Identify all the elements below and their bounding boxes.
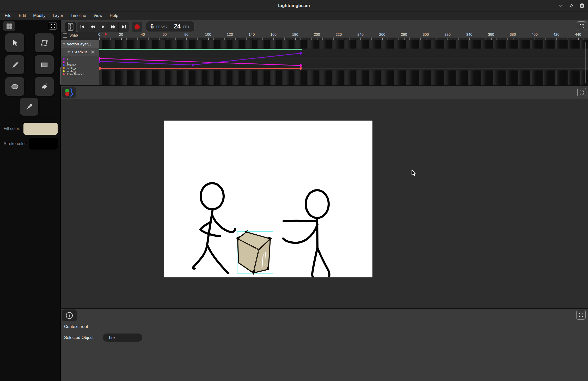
sidebar-expand-button[interactable] (49, 22, 57, 30)
tilde-icon: ~ (97, 51, 98, 53)
eyedropper-tool-button[interactable] (20, 98, 38, 116)
property-row-rotation[interactable]: rotation (61, 63, 99, 67)
property-name: y (67, 61, 68, 64)
tool-sidebar: Fill color: Stroke color: (0, 20, 61, 381)
transform-tool-button[interactable] (35, 33, 54, 52)
menu-timeline[interactable]: Timeline (67, 11, 90, 20)
play-icon (101, 25, 105, 29)
property-row-y[interactable]: y (61, 61, 99, 64)
keyframe-x[interactable] (299, 52, 302, 55)
menu-edit[interactable]: Edit (15, 11, 30, 20)
fast-forward-button[interactable] (108, 22, 119, 32)
paint-bucket-tool-button[interactable] (35, 77, 54, 96)
maximize-icon[interactable] (568, 3, 574, 9)
play-button[interactable] (98, 22, 108, 32)
expand-icon (580, 24, 584, 28)
property-color-dot (63, 64, 65, 66)
stick-figure-left (193, 183, 235, 273)
film-button[interactable] (65, 22, 76, 32)
object-row-151ad70a[interactable]: 151ad70a... ~ (61, 49, 99, 56)
filled-square-icon (92, 51, 94, 53)
timeline-track[interactable] (99, 40, 588, 85)
fps-value[interactable]: 24 (174, 23, 181, 30)
timeline-ruler[interactable]: 0204060801001201401601802002202402602803… (99, 32, 588, 40)
record-button[interactable] (132, 22, 142, 32)
keyframe-frameNumber[interactable] (99, 67, 101, 70)
timeline-panel: 6 FRAME 24 FPS Snap 02040608010012014016… (61, 20, 588, 85)
property-color-dot (63, 67, 65, 69)
skip-to-start-button[interactable] (77, 22, 88, 32)
stroke-color-swatch[interactable] (29, 138, 58, 150)
menu-modify[interactable]: Modify (29, 11, 49, 20)
stroke-color-label: Stroke color: (4, 141, 27, 146)
menu-help[interactable]: Help (106, 11, 122, 20)
collapse-triangle-icon[interactable] (68, 51, 70, 53)
transform-icon (40, 38, 49, 47)
context-text: Context: root (64, 324, 88, 329)
grid-icon (6, 23, 12, 29)
ellipse-tool-button[interactable] (5, 77, 24, 96)
canvas-panel (61, 99, 588, 308)
fill-color-swatch[interactable] (23, 123, 58, 135)
menu-file[interactable]: File (1, 11, 15, 20)
selected-object-field[interactable]: box (103, 334, 142, 342)
frame-value[interactable]: 6 (150, 23, 154, 30)
ruler-label: 0 (91, 32, 107, 37)
shapes-button[interactable] (62, 87, 76, 98)
property-row-x[interactable]: x (61, 57, 99, 61)
object-toggle-square-button[interactable] (91, 50, 95, 54)
ruler-ticks (99, 38, 588, 40)
timeline-expand-button[interactable] (577, 21, 586, 31)
property-name: frameNumber (67, 73, 84, 76)
layer-name: VectorLayer (67, 42, 88, 46)
snap-checkbox[interactable] (63, 33, 67, 38)
collapse-triangle-icon[interactable] (63, 43, 65, 45)
keyframe-x[interactable] (192, 64, 194, 67)
shapes-icon (64, 88, 74, 97)
property-list: xyrotationscale_xscale_yframeNumber (61, 56, 99, 85)
property-row-frameNumber[interactable]: frameNumber (61, 73, 99, 76)
keyframe-frameNumber[interactable] (299, 67, 302, 70)
ruler-label: 380 (505, 32, 521, 37)
fill-color-label: Fill color: (4, 126, 20, 131)
canvas-expand-button[interactable] (577, 88, 586, 97)
timeline-scrollbar[interactable] (585, 42, 586, 84)
minimize-icon[interactable] (558, 3, 564, 9)
property-row-scale_y[interactable]: scale_y (61, 70, 99, 73)
inspector-panel: Context: root Selected Object box (61, 308, 588, 381)
property-curves[interactable] (99, 40, 588, 85)
keyframe-x[interactable] (99, 60, 101, 63)
keyframe-y[interactable] (299, 64, 302, 67)
property-row-scale_x[interactable]: scale_x (61, 67, 99, 70)
selected-object-label: Selected Object (64, 335, 94, 340)
divider (2, 119, 59, 119)
pencil-tool-button[interactable] (5, 55, 24, 74)
curve-x[interactable] (99, 53, 301, 65)
close-icon[interactable] (579, 3, 585, 9)
object-toggle-tilde-button[interactable]: ~ (96, 50, 99, 54)
ruler-label: 440 (570, 32, 586, 37)
layer-scrollbar[interactable] (60, 67, 61, 85)
ruler-label: 60 (157, 32, 173, 37)
expand-icon (51, 24, 55, 28)
menu-view[interactable]: View (90, 11, 106, 20)
ellipse-icon (10, 82, 19, 91)
property-color-dot (63, 73, 65, 75)
property-color-dot (63, 61, 65, 63)
ruler-label: 220 (331, 32, 347, 37)
keyframe-y[interactable] (99, 57, 101, 60)
inspector-expand-button[interactable] (576, 310, 586, 320)
layer-row-vectorlayer[interactable]: VectorLayer [L] (61, 40, 99, 48)
rewind-button[interactable] (88, 22, 98, 32)
fps-unit-label: FPS (183, 25, 189, 28)
ruler-label: 320 (440, 32, 455, 37)
rectangle-tool-button[interactable] (35, 55, 54, 74)
drawing-stage[interactable] (164, 121, 372, 277)
skip-to-end-button[interactable] (119, 22, 129, 32)
info-button[interactable] (62, 309, 77, 321)
select-tool-button[interactable] (5, 33, 24, 52)
fast-forward-icon (111, 25, 116, 29)
menu-layer[interactable]: Layer (49, 11, 67, 20)
property-color-dot (63, 58, 65, 60)
tools-grid-button[interactable] (3, 21, 15, 31)
